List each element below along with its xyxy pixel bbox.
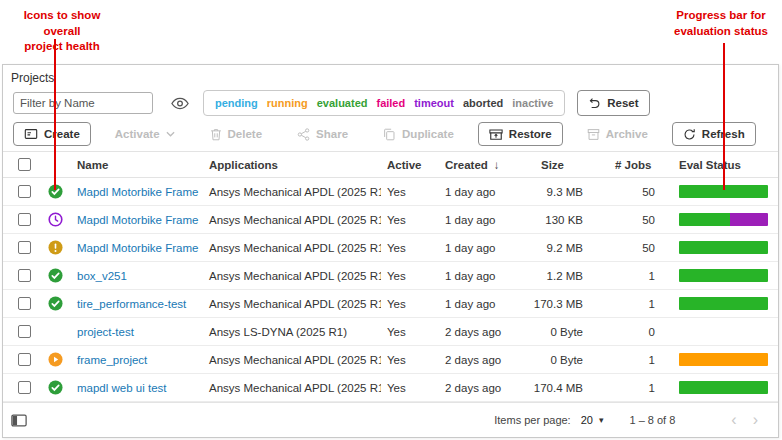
filter-row: pendingrunningevaluatedfailedtimeoutabor…: [13, 89, 770, 117]
toolbar: Create Activate Delete Share Duplicate R…: [13, 122, 756, 146]
refresh-button[interactable]: Refresh: [672, 122, 756, 146]
created-label: 1 day ago: [439, 270, 527, 282]
status-filter-running[interactable]: running: [267, 97, 308, 109]
restore-button[interactable]: Restore: [478, 122, 563, 146]
table-row: Mapdl Motorbike Frame Ansys Mechanical A…: [3, 206, 778, 234]
table-row: frame_project Ansys Mechanical APDL (202…: [3, 346, 778, 374]
created-label: 2 days ago: [439, 382, 527, 394]
column-header-jobs[interactable]: # Jobs: [591, 159, 661, 171]
project-link[interactable]: project-test: [77, 326, 134, 338]
select-all-checkbox[interactable]: [18, 158, 31, 171]
created-label: 1 day ago: [439, 298, 527, 310]
row-checkbox[interactable]: [18, 381, 31, 394]
table-row: Mapdl Motorbike Frame Ansys Mechanical A…: [3, 178, 778, 206]
active-label: Yes: [381, 214, 439, 226]
eval-bar-segment: [730, 213, 768, 226]
archive-icon: [587, 128, 600, 141]
column-header-applications[interactable]: Applications: [203, 159, 381, 171]
created-label: 1 day ago: [439, 186, 527, 198]
row-checkbox[interactable]: [18, 213, 31, 226]
application-label: Ansys Mechanical APDL (2025 R1): [203, 242, 381, 254]
table-row: tire_performance-test Ansys Mechanical A…: [3, 290, 778, 318]
project-link[interactable]: Mapdl Motorbike Frame: [77, 242, 198, 254]
column-header-size[interactable]: Size: [527, 159, 591, 171]
delete-button[interactable]: Delete: [199, 122, 274, 146]
evaluated-health-icon: [48, 380, 63, 395]
items-per-page-select[interactable]: 20 ▾: [581, 414, 604, 426]
jobs-label: 1: [591, 270, 661, 282]
created-label: 2 days ago: [439, 326, 527, 338]
pagination-range: 1 – 8 of 8: [629, 414, 675, 426]
prev-page-button[interactable]: ‹: [723, 412, 744, 428]
project-link[interactable]: Mapdl Motorbike Frame: [77, 186, 198, 198]
row-checkbox[interactable]: [18, 185, 31, 198]
share-button[interactable]: Share: [286, 122, 359, 146]
create-button[interactable]: Create: [13, 122, 91, 146]
created-label: 2 days ago: [439, 354, 527, 366]
eval-bar-segment: [679, 353, 768, 366]
filter-by-name-input[interactable]: [13, 92, 153, 114]
copy-icon: [383, 128, 396, 141]
eval-bar-segment: [679, 213, 730, 226]
project-link[interactable]: mapdl web ui test: [77, 382, 167, 394]
application-label: Ansys Mechanical APDL (2025 R1): [203, 214, 381, 226]
active-label: Yes: [381, 354, 439, 366]
table-row: mapdl web ui test Ansys Mechanical APDL …: [3, 374, 778, 402]
eval-progress-bar: [679, 297, 768, 310]
trash-icon: [210, 128, 222, 141]
row-checkbox[interactable]: [18, 325, 31, 338]
archive-button[interactable]: Archive: [576, 122, 659, 146]
column-header-name[interactable]: Name: [71, 159, 203, 171]
eval-progress-bar: [679, 241, 768, 254]
jobs-label: 1: [591, 382, 661, 394]
project-link[interactable]: frame_project: [77, 354, 147, 366]
reset-button[interactable]: Reset: [577, 90, 649, 116]
eye-icon[interactable]: [171, 97, 189, 110]
size-label: 1.2 MB: [527, 270, 591, 282]
active-label: Yes: [381, 186, 439, 198]
status-filter-group: pendingrunningevaluatedfailedtimeoutabor…: [203, 90, 565, 116]
jobs-label: 50: [591, 242, 661, 254]
row-checkbox[interactable]: [18, 353, 31, 366]
size-label: 170.3 MB: [527, 298, 591, 310]
size-label: 0 Byte: [527, 326, 591, 338]
sort-desc-icon: ↓: [494, 159, 500, 171]
application-label: Ansys LS-DYNA (2025 R1): [203, 326, 381, 338]
active-label: Yes: [381, 298, 439, 310]
project-link[interactable]: tire_performance-test: [77, 298, 186, 310]
size-label: 0 Byte: [527, 354, 591, 366]
annotation-line-right: [723, 43, 725, 190]
created-header-label: Created: [445, 159, 488, 171]
column-header-created[interactable]: Created↓: [439, 159, 527, 171]
row-checkbox[interactable]: [18, 241, 31, 254]
status-filter-inactive[interactable]: inactive: [512, 97, 553, 109]
activate-label: Activate: [115, 128, 160, 140]
column-header-active[interactable]: Active: [381, 159, 439, 171]
column-header-eval-status[interactable]: Eval Status: [661, 159, 778, 171]
status-filter-aborted[interactable]: aborted: [463, 97, 503, 109]
status-filter-evaluated[interactable]: evaluated: [317, 97, 368, 109]
evaluated-health-icon: [48, 268, 63, 283]
eval-bar-segment: [679, 269, 768, 282]
duplicate-button[interactable]: Duplicate: [372, 122, 465, 146]
status-filter-failed[interactable]: failed: [376, 97, 405, 109]
row-checkbox[interactable]: [18, 269, 31, 282]
application-label: Ansys Mechanical APDL (2025 R1): [203, 354, 381, 366]
created-label: 1 day ago: [439, 214, 527, 226]
project-link[interactable]: Mapdl Motorbike Frame: [77, 214, 198, 226]
reset-label: Reset: [607, 97, 638, 109]
active-label: Yes: [381, 382, 439, 394]
size-label: 9.3 MB: [527, 186, 591, 198]
status-filter-timeout[interactable]: timeout: [414, 97, 454, 109]
next-page-button[interactable]: ›: [745, 412, 766, 428]
project-link[interactable]: box_v251: [77, 270, 127, 282]
jobs-label: 50: [591, 214, 661, 226]
table-row: project-test Ansys LS-DYNA (2025 R1) Yes…: [3, 318, 778, 346]
evaluated-health-icon: [48, 296, 63, 311]
activate-button[interactable]: Activate: [104, 122, 186, 146]
row-checkbox[interactable]: [18, 297, 31, 310]
jobs-label: 0: [591, 326, 661, 338]
status-filter-pending[interactable]: pending: [215, 97, 258, 109]
table-header: Name Applications Active Created↓ Size #…: [3, 151, 778, 178]
panel-toggle-icon[interactable]: [11, 414, 27, 427]
